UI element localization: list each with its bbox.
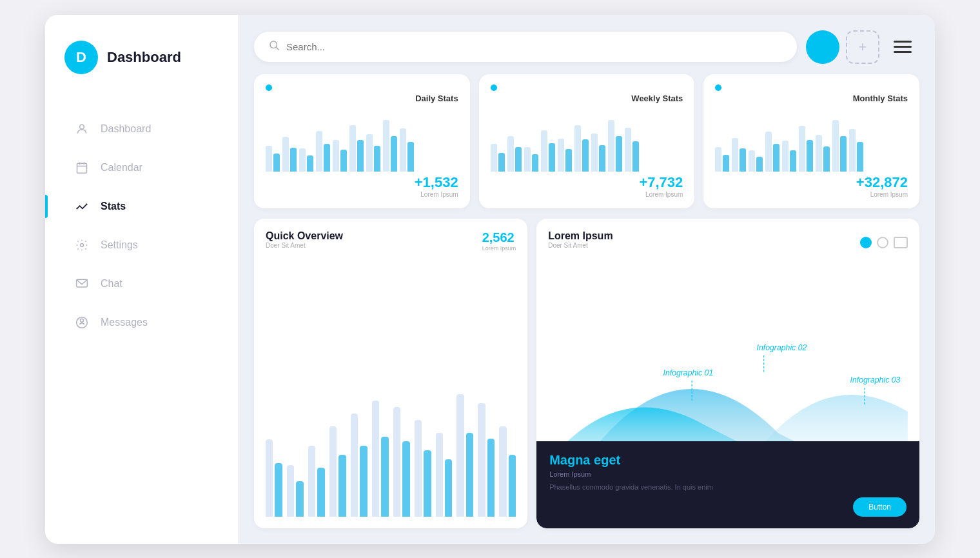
bar-blue: [273, 154, 280, 172]
bar-light: [574, 125, 581, 172]
sidebar-item-dashboard[interactable]: Dashboard: [64, 113, 219, 145]
bar-blue: [290, 148, 297, 172]
sidebar-item-stats[interactable]: Stats: [64, 190, 219, 223]
bar-group: [333, 140, 347, 172]
bar-group: [849, 129, 863, 172]
large-bar-blue: [466, 433, 473, 517]
bar-group: [749, 150, 763, 172]
sidebar-item-calendar[interactable]: Calendar: [64, 152, 219, 184]
main-content: + Daily Stats +1,532 Lorem Ipsum: [239, 15, 935, 544]
bar-blue: [407, 142, 414, 172]
bar-light: [400, 128, 406, 172]
large-bar-light: [329, 426, 337, 517]
large-bar-light: [287, 465, 294, 517]
messages-icon: [75, 315, 89, 330]
monthly-stats-title: Monthly Stats: [715, 94, 908, 103]
bar-blue: [549, 143, 555, 171]
weekly-stats-value: +7,732: [491, 174, 683, 191]
bar-group: [349, 125, 364, 171]
bar-light: [625, 128, 631, 171]
bar-blue: [616, 136, 622, 172]
large-bar-group: [478, 403, 495, 517]
bar-group: [299, 148, 313, 172]
lorem-title: Lorem Ipsum: [548, 230, 612, 242]
svg-line-10: [276, 47, 279, 50]
large-bar-light: [308, 446, 315, 517]
large-bar-blue: [445, 459, 452, 517]
bar-blue: [740, 148, 746, 172]
bar-light: [333, 140, 339, 172]
bar-light: [558, 139, 564, 172]
lorem-circle-icon: [877, 237, 888, 248]
bar-light: [349, 125, 356, 171]
nav-menu: Dashboard Calendar Stat: [64, 113, 219, 339]
bar-group: [625, 128, 639, 171]
svg-rect-1: [77, 163, 87, 173]
bar-light: [732, 138, 738, 172]
menu-line: [894, 51, 912, 53]
svg-point-9: [270, 41, 277, 48]
bar-group: [715, 147, 729, 172]
stats-row: Daily Stats +1,532 Lorem Ipsum Weekly St…: [254, 74, 919, 208]
bar-group: [608, 120, 622, 172]
lorem-meta: Doer Sit Amet: [548, 242, 612, 249]
dark-card-title: Magna eget: [549, 453, 906, 468]
dark-card-button[interactable]: Button: [853, 497, 906, 517]
menu-button[interactable]: [886, 30, 919, 64]
sidebar-item-chat[interactable]: Chat: [64, 268, 219, 300]
bar-blue: [599, 145, 605, 172]
search-input[interactable]: [286, 41, 783, 52]
large-bar-blue: [424, 450, 431, 517]
bar-group: [266, 146, 280, 172]
svg-point-7: [81, 319, 84, 322]
menu-line: [894, 41, 912, 43]
overview-subtitle: Lorem Ipsum: [482, 245, 516, 252]
bar-group: [799, 126, 813, 172]
sidebar-label-stats: Stats: [101, 201, 126, 212]
large-bar-blue: [317, 468, 324, 516]
large-bar-group: [436, 433, 453, 517]
bar-group: [816, 135, 830, 171]
bar-blue: [340, 150, 347, 172]
daily-stats-subtitle: Lorem Ipsum: [266, 191, 458, 198]
bar-group: [732, 138, 746, 172]
large-bar-group: [266, 439, 282, 517]
bar-group: [541, 130, 555, 171]
large-bar-light: [456, 394, 464, 517]
large-bar-light: [372, 401, 379, 517]
bar-blue: [840, 136, 847, 172]
top-bar-actions: +: [806, 30, 919, 64]
bar-group: [765, 132, 779, 171]
avatar[interactable]: [806, 30, 839, 64]
stat-dot-monthly: [715, 85, 721, 91]
weekly-stats-subtitle: Lorem Ipsum: [491, 191, 683, 198]
bar-group: [366, 134, 380, 172]
sidebar-label-settings: Settings: [101, 239, 138, 251]
bar-light: [832, 120, 839, 172]
bar-group: [574, 125, 589, 172]
svg-text:Infographic 01: Infographic 01: [663, 368, 714, 377]
bar-blue: [857, 142, 863, 171]
chat-icon: [75, 277, 89, 291]
search-bar[interactable]: [254, 32, 797, 62]
sidebar-item-settings[interactable]: Settings: [64, 229, 219, 261]
bottom-row: Quick Overview Doer Sit Amet 2,562 Lorem…: [254, 219, 919, 528]
bar-blue: [391, 136, 397, 172]
bar-light: [608, 120, 614, 172]
bar-group: [491, 144, 505, 171]
large-bar-blue: [381, 437, 388, 516]
bar-light: [366, 134, 373, 172]
bar-light: [591, 134, 598, 172]
large-bar-light: [499, 426, 506, 517]
bar-blue: [307, 155, 313, 171]
monthly-stats-subtitle: Lorem Ipsum: [715, 191, 908, 198]
large-bar-group: [372, 401, 389, 517]
add-button[interactable]: +: [846, 30, 879, 64]
stat-dot-daily: [266, 85, 272, 91]
sidebar: D Dashboard Dashboard: [45, 15, 239, 544]
bar-light: [316, 131, 322, 171]
sidebar-item-messages[interactable]: Messages: [64, 306, 219, 339]
bar-light: [282, 137, 289, 171]
large-bar-blue: [360, 446, 367, 516]
weekly-bars: [491, 114, 683, 172]
